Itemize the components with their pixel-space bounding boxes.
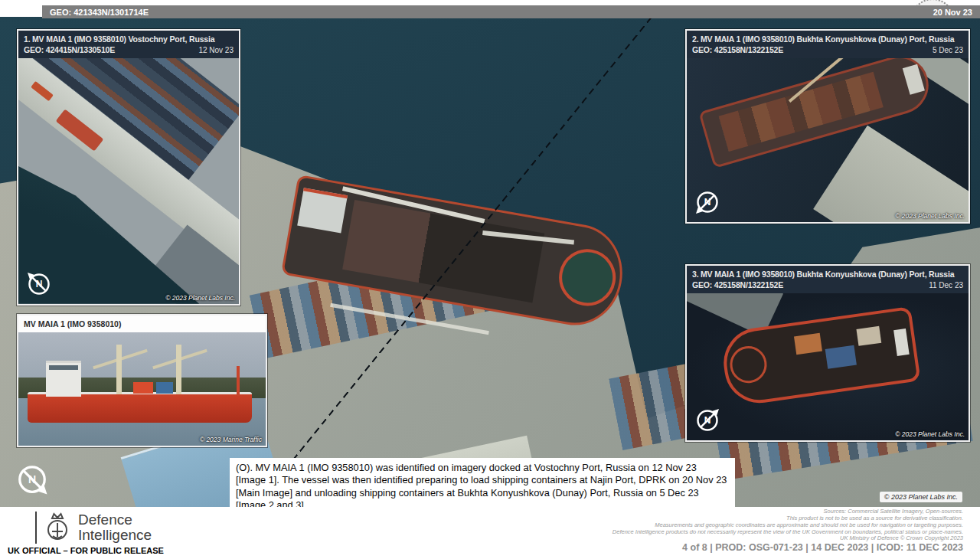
image-credit: © 2023 Planet Labs Inc. <box>165 294 235 302</box>
inset-2-satellite-image: N © 2023 Planet Labs Inc. <box>687 58 969 222</box>
main-geo-coordinates: GEO: 421343N/1301714E <box>50 8 149 17</box>
inset-3-header: 3. MV MAIA 1 (IMO 9358010) Bukhta Konyus… <box>687 266 969 293</box>
vessel-reference-photo: MV MAIA 1 (IMO 9358010) © 2023 Marine Tr… <box>17 314 267 447</box>
compass-n-label: N <box>12 459 52 499</box>
inset-3-date: 11 Dec 23 <box>929 281 963 289</box>
shipping-container <box>825 345 857 368</box>
di-imagery-report: GEO: 421343N/1301714E 20 Nov 23 N <box>0 0 980 559</box>
image-credit: © 2023 Planet Labs Inc. <box>880 492 962 502</box>
disclaimer-line: UK Ministry of Defence © Crown Copyright… <box>612 535 963 542</box>
footer: Defence Intelligence UK OFFICIAL – FOR P… <box>0 507 980 559</box>
shipping-container <box>856 326 881 346</box>
inset-image-1: 1. MV MAIA 1 (IMO 9358010) Vostochny Por… <box>17 29 240 306</box>
disclaimer-block: Sources: Commercial Satellite Imagery, O… <box>612 508 963 542</box>
inset-2-title: 2. MV MAIA 1 (IMO 9358010) Bukhta Konyus… <box>692 34 963 45</box>
shipping-container <box>794 332 822 354</box>
north-arrow-icon: N <box>12 459 52 499</box>
inset-1-geo: GEO: 424415N/1330510E <box>24 45 115 54</box>
north-arrow-icon: N <box>24 269 54 299</box>
image-credit: © 2023 Marine Traffic <box>200 436 262 443</box>
org-name-line2: Intelligence <box>78 528 152 543</box>
defence-intelligence-crest-icon <box>43 511 72 544</box>
main-image-header-bar: GEO: 421343N/1301714E 20 Nov 23 <box>42 5 980 18</box>
product-reference-line: 4 of 8 | PROD: OSG-071-23 | 14 DEC 2023 … <box>682 542 963 553</box>
crane-mast <box>116 345 122 394</box>
inset-image-2: 2. MV MAIA 1 (IMO 9358010) Bukhta Konyus… <box>685 29 970 224</box>
compass-n-label: N <box>24 269 54 299</box>
ship-hull <box>28 392 252 423</box>
inset-3-satellite-image: N © 2023 Planet Labs Inc. <box>687 293 969 440</box>
inset-2-header: 2. MV MAIA 1 (IMO 9358010) Bukhta Konyus… <box>687 31 969 58</box>
main-image-date: 20 Nov 23 <box>933 8 972 17</box>
brand-divider <box>35 512 37 544</box>
defence-intelligence-brand: Defence Intelligence <box>35 511 152 544</box>
image-credit: © 2023 Planet Labs Inc. <box>895 212 965 220</box>
inset-3-geo: GEO: 425158N/1322152E <box>692 280 783 289</box>
pier <box>813 126 969 222</box>
ship-mast <box>237 366 240 395</box>
shipping-container <box>133 382 153 394</box>
ship-superstructure <box>297 188 348 233</box>
vessel-photo: © 2023 Marine Traffic <box>18 332 266 446</box>
compass-n-label: N <box>692 405 723 436</box>
inset-3-title: 3. MV MAIA 1 (IMO 9358010) Bukhta Konyus… <box>692 269 963 280</box>
inset-image-3: 3. MV MAIA 1 (IMO 9358010) Bukhta Konyus… <box>685 264 970 442</box>
inset-2-date: 5 Dec 23 <box>933 46 963 54</box>
inset-1-header: 1. MV MAIA 1 (IMO 9358010) Vostochny Por… <box>18 31 239 58</box>
north-arrow-icon: N <box>692 187 723 217</box>
inset-2-geo: GEO: 425158N/1322152E <box>692 45 783 54</box>
photo-title: MV MAIA 1 (IMO 9358010) <box>18 315 266 332</box>
org-name-line1: Defence <box>78 512 152 528</box>
image-credit: © 2023 Planet Labs Inc. <box>895 430 965 438</box>
inset-1-title: 1. MV MAIA 1 (IMO 9358010) Vostochny Por… <box>24 34 234 45</box>
classification-marking: UK OFFICIAL – FOR PUBLIC RELEASE <box>8 546 164 555</box>
shipping-container <box>156 382 173 394</box>
inset-1-satellite-image: N © 2023 Planet Labs Inc. <box>18 58 239 304</box>
inset-1-date: 12 Nov 23 <box>198 46 234 54</box>
north-arrow-icon: N <box>692 405 723 436</box>
compass-n-label: N <box>692 187 723 217</box>
bridge-windows <box>49 365 78 370</box>
crane-mast <box>176 345 181 394</box>
org-name: Defence Intelligence <box>78 512 152 543</box>
